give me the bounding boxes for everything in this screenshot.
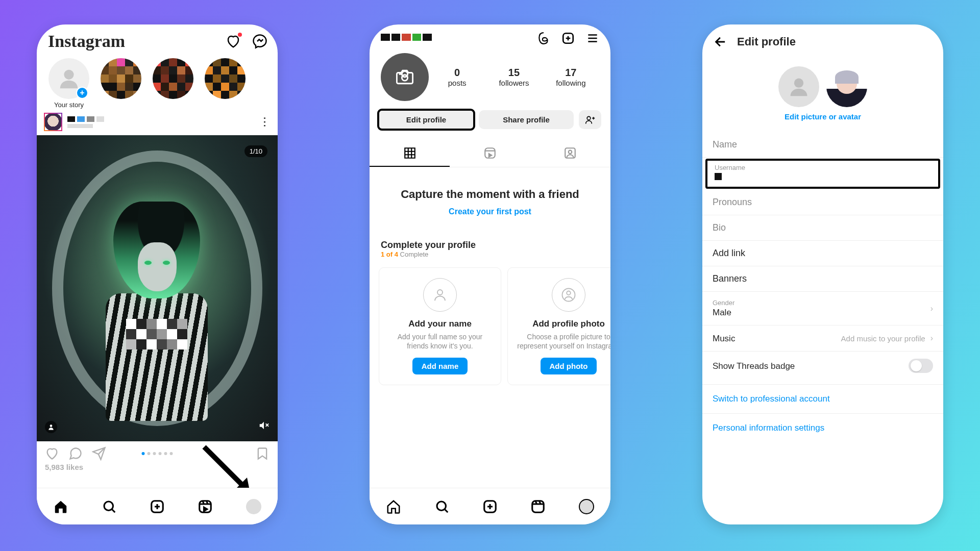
stat-posts[interactable]: 0posts [429,67,485,87]
pronouns-field[interactable]: Pronouns [702,190,943,215]
svg-rect-16 [532,500,544,512]
add-photo-button[interactable]: Add photo [541,358,597,374]
complete-profile-progress: 1 of 4 Complete [381,251,599,258]
edit-profile-button[interactable]: Edit profile [379,110,474,129]
search-icon[interactable] [101,498,117,515]
complete-profile-heading: Complete your profile [381,240,599,251]
personal-info-link[interactable]: Personal information settings [702,414,943,442]
new-post-icon[interactable] [482,498,498,515]
comment-icon[interactable] [68,446,83,461]
svg-point-10 [569,151,572,154]
stat-followers[interactable]: 15followers [485,67,542,87]
bio-field[interactable]: Bio [702,215,943,241]
profile-icon[interactable] [246,498,262,515]
svg-point-11 [437,290,443,295]
card-add-photo: Add profile photo Choose a profile pictu… [507,267,610,385]
share-icon[interactable] [92,446,106,461]
card-add-name: Add your name Add your full name so your… [379,267,501,385]
svg-point-13 [567,291,571,295]
carousel-counter: 1/10 [244,145,267,157]
home-icon[interactable] [53,498,69,515]
add-link-field[interactable]: Add link [702,241,943,266]
home-icon[interactable] [385,498,402,515]
threads-icon[interactable] [537,32,550,45]
tab-reels[interactable] [450,140,530,167]
music-field[interactable]: Music Add music to your profile › [702,325,943,352]
edit-picture-link[interactable]: Edit picture or avatar [702,112,943,132]
profile-tabs [370,140,610,167]
discover-people-button[interactable] [579,110,601,129]
svg-point-0 [64,70,74,80]
phone-profile: 0posts 15followers 17following Edit prof… [370,24,610,524]
phone-feed: Instagram + Your story [37,24,278,524]
phone-edit-profile: Edit profile Edit picture or avatar Name… [702,24,943,524]
reels-icon[interactable] [197,498,213,515]
avatar-cartoon[interactable] [826,66,867,107]
story-item[interactable] [151,58,195,109]
like-icon[interactable] [45,446,59,461]
bookmark-icon[interactable] [255,446,270,461]
create-first-post-link[interactable]: Create your first post [385,207,595,216]
messenger-icon[interactable] [252,34,267,49]
share-profile-button[interactable]: Share profile [479,110,574,129]
bottom-nav [370,488,610,524]
story-item[interactable] [203,58,247,109]
svg-point-14 [437,502,446,511]
search-icon[interactable] [434,498,450,515]
svg-point-7 [587,116,591,120]
bottom-nav [37,488,278,524]
profile-avatar[interactable] [381,53,429,101]
heart-icon[interactable] [226,34,241,49]
post-image[interactable]: 1/10 [37,135,278,441]
svg-point-1 [50,424,53,427]
stat-following[interactable]: 17following [543,67,599,87]
your-story[interactable]: + Your story [47,58,91,109]
person-icon [423,278,457,312]
new-post-icon[interactable] [149,498,165,515]
svg-point-2 [104,502,113,511]
stories-row: + Your story [37,54,278,109]
add-name-button[interactable]: Add name [412,358,468,374]
post-header: ⋯ [37,109,278,135]
menu-icon[interactable] [586,32,599,45]
capture-heading: Capture the moment with a friend [385,188,595,201]
name-field[interactable]: Name [702,132,943,158]
avatar-icon [552,278,585,312]
your-story-label: Your story [54,101,84,109]
profile-icon[interactable] [578,498,595,515]
svg-point-17 [794,79,803,88]
post-author-avatar[interactable] [44,113,62,131]
chevron-right-icon: › [930,334,933,343]
plus-icon: + [76,87,88,99]
mute-icon[interactable] [258,420,270,433]
back-icon[interactable] [714,35,728,49]
edit-profile-title: Edit profile [737,35,796,48]
switch-professional-link[interactable]: Switch to professional account [702,385,943,414]
threads-badge-toggle[interactable]: Show Threads badge [702,352,943,380]
tab-tagged[interactable] [530,140,610,167]
toggle-switch[interactable] [909,359,933,373]
reels-icon[interactable] [530,498,546,515]
likes-count[interactable]: 5,983 likes [37,462,278,472]
carousel-dots [142,452,173,455]
more-icon[interactable]: ⋯ [258,116,272,128]
avatar-photo[interactable] [778,66,819,107]
banners-field[interactable]: Banners [702,266,943,292]
instagram-logo: Instagram [48,32,125,51]
gender-field[interactable]: Gender Male › [702,292,943,325]
new-post-icon[interactable] [561,32,575,45]
tab-grid[interactable] [370,140,450,167]
chevron-right-icon: › [930,304,933,313]
username-field[interactable]: Username [705,159,940,189]
tagged-people-icon[interactable] [45,421,57,433]
story-item[interactable] [99,58,143,109]
